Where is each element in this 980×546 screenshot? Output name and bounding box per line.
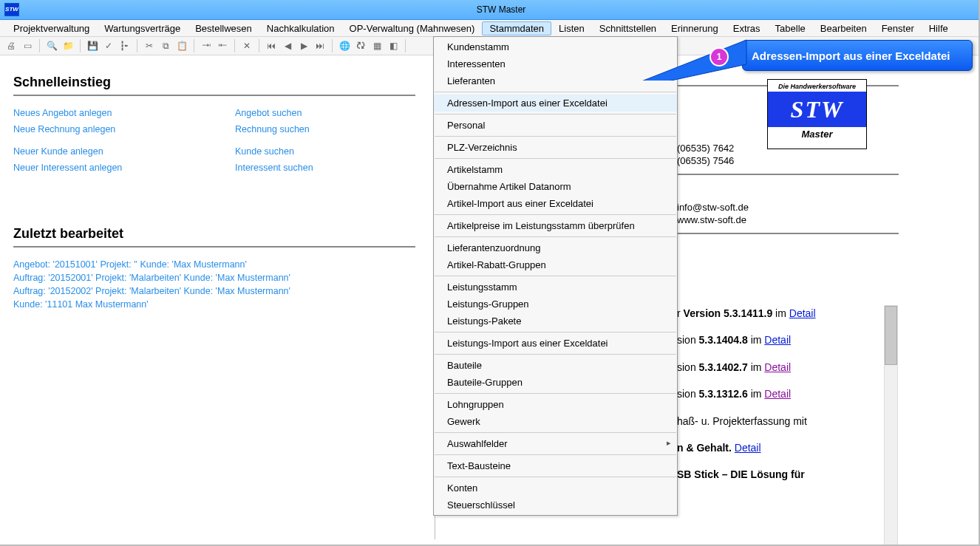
menu-fenster[interactable]: Fenster [874, 21, 922, 35]
tb-print-icon[interactable]: 🖨 [4, 39, 18, 52]
dropdown-item[interactable]: Artikel-Import aus einer Exceldatei [434, 195, 677, 212]
tb-zoom-icon[interactable]: 🔍 [45, 39, 58, 52]
quicklink[interactable]: Rechnung suchen [235, 123, 398, 136]
news-detail-link[interactable]: Detail [735, 442, 761, 454]
tb-last-icon[interactable]: ⭰ [216, 39, 229, 52]
recent-item[interactable]: Angebot: '20151001' Projekt: '' Kunde: '… [13, 258, 415, 271]
dropdown-item[interactable]: PLZ-Verzeichnis [434, 139, 677, 156]
menu-projektverwaltung[interactable]: Projektverwaltung [6, 21, 97, 35]
menu-extras[interactable]: Extras [726, 21, 768, 35]
tb-tree-icon[interactable]: ┇╸ [118, 39, 132, 52]
tb-refresh-icon[interactable]: 🗘 [354, 39, 367, 52]
dropdown-separator [435, 393, 676, 394]
tb-save-icon[interactable]: 💾 [86, 39, 99, 52]
news-item: sion 5.3.1402.7 im Detail [677, 359, 884, 375]
news-item: sion 5.3.1404.8 im Detail [677, 332, 884, 348]
menu-erinnerung[interactable]: Erinnerung [664, 21, 726, 35]
dropdown-item[interactable]: Leistungs-Pakete [434, 313, 677, 330]
tb-grid-icon[interactable]: ▦ [370, 39, 384, 52]
dropdown-item[interactable]: Artikelpreise im Leistungsstamm überprüf… [434, 217, 677, 234]
recent-item[interactable]: Auftrag: '20152001' Projekt: 'Malarbeite… [13, 271, 415, 284]
tb-check-icon[interactable]: ✓ [102, 39, 115, 52]
recent-item[interactable]: Auftrag: '20152002' Projekt: 'Malarbeite… [13, 284, 415, 298]
contact-phone2: (06535) 7546 [677, 155, 899, 166]
window-title: STW Master [24, 4, 979, 15]
callout-text: Adressen-Import aus einer Exceldatei [752, 50, 950, 62]
tb-doc-icon[interactable]: ▭ [21, 39, 34, 52]
dropdown-item[interactable]: Leistungs-Gruppen [434, 296, 677, 313]
divider [677, 174, 899, 175]
tb-copy-icon[interactable]: ⧉ [159, 39, 172, 52]
dropdown-item[interactable]: Bauteile-Gruppen [434, 374, 677, 391]
stammdaten-dropdown: KundenstammInteressentenLieferantenAdres… [433, 36, 678, 516]
news-detail-link[interactable]: Detail [789, 307, 816, 319]
tb-cut-icon[interactable]: ✂ [143, 39, 156, 52]
quicklink[interactable]: Angebot suchen [235, 106, 398, 120]
tb-first-icon[interactable]: ⭲ [200, 39, 213, 52]
dropdown-item[interactable]: Konten [434, 480, 677, 496]
dropdown-item[interactable]: Text-Bausteine [434, 457, 677, 474]
menu-listen[interactable]: Listen [551, 21, 592, 35]
quicklink[interactable]: Kunde suchen [235, 145, 398, 158]
logo-brand: STW [768, 92, 866, 127]
menu-nachkalkulation[interactable]: Nachkalkulation [259, 21, 342, 35]
quicklink[interactable]: Neuer Kunde anlegen [13, 145, 235, 158]
dropdown-separator [435, 136, 676, 137]
menu-schnittstellen[interactable]: Schnittstellen [592, 21, 664, 35]
tb-folder-icon[interactable]: 📁 [61, 39, 75, 52]
quickstart-heading: Schnelleinstieg [13, 75, 415, 90]
tb-nav-next-icon[interactable]: ▶ [297, 39, 310, 52]
tb-nav-prev-icon[interactable]: ◀ [281, 39, 294, 52]
news-item: r Version 5.3.1411.9 im Detail [677, 305, 884, 321]
tb-nav-last-icon[interactable]: ⏭ [313, 39, 327, 52]
dropdown-item[interactable]: Steuerschlüssel [434, 496, 677, 513]
news-detail-link[interactable]: Detail [764, 388, 791, 400]
dropdown-item[interactable]: Leistungsstamm [434, 279, 677, 296]
news-pane: r Version 5.3.1411.9 im Detailsion 5.3.1… [677, 305, 884, 494]
tb-sidebar-icon[interactable]: ◧ [387, 39, 400, 52]
dropdown-separator [435, 432, 676, 433]
menu-tabelle[interactable]: Tabelle [768, 21, 813, 35]
dropdown-item[interactable]: Übernahme Artikel Datanorm [434, 178, 677, 195]
dropdown-item[interactable]: Leistungs-Import aus einer Exceldatei [434, 335, 677, 352]
dropdown-separator [435, 276, 676, 276]
dropdown-item[interactable]: Bauteile [434, 357, 677, 374]
dropdown-item[interactable]: Adressen-Import aus einer Exceldatei [434, 95, 677, 112]
news-scrollbar[interactable] [884, 305, 898, 546]
quicklink[interactable]: Interessent suchen [235, 161, 398, 174]
menu-wartungsvertr-ge[interactable]: Wartungsverträge [97, 21, 188, 35]
dropdown-item[interactable]: Lieferantenzuordnung [434, 239, 677, 256]
menu-bestellwesen[interactable]: Bestellwesen [188, 21, 259, 35]
quicklink[interactable]: Neue Rechnung anlegen [13, 123, 235, 136]
menu-op-verwaltung-mahnwesen-[interactable]: OP-Verwaltung (Mahnwesen) [342, 21, 483, 35]
news-detail-link[interactable]: Detail [764, 361, 791, 373]
menu-stammdaten[interactable]: Stammdaten [482, 21, 551, 35]
scrollbar-thumb[interactable] [885, 306, 897, 365]
dropdown-item[interactable]: Lohngruppen [434, 396, 677, 413]
tb-delete-icon[interactable]: ✕ [240, 39, 253, 52]
quicklink[interactable]: Neues Angebot anlegen [13, 106, 235, 120]
quickstart-grid: Neues Angebot anlegenAngebot suchenNeue … [13, 106, 415, 174]
recent-item[interactable]: Kunde: '11101 Max Mustermann' [13, 298, 415, 311]
tb-nav-first-icon[interactable]: ⏮ [265, 39, 278, 52]
news-line: haß- u. Projekterfassung mit [677, 413, 884, 429]
dropdown-item[interactable]: Auswahlfelder [434, 435, 677, 452]
quicklink [13, 139, 235, 142]
title-bar: STW STW Master [0, 0, 979, 20]
tb-paste-icon[interactable]: 📋 [175, 39, 188, 52]
quicklink[interactable]: Neuer Interessent anlegen [13, 161, 235, 174]
news-detail-link[interactable]: Detail [764, 334, 791, 346]
menu-hilfe[interactable]: Hilfe [922, 21, 956, 35]
dropdown-separator [435, 454, 676, 455]
left-pane: Schnelleinstieg Neues Angebot anlegenAng… [13, 75, 415, 311]
dropdown-item[interactable]: Personal [434, 117, 677, 134]
tb-globe-icon[interactable]: 🌐 [338, 39, 351, 52]
dropdown-separator [435, 236, 676, 237]
recent-heading: Zuletzt bearbeitet [13, 226, 415, 242]
menu-bearbeiten[interactable]: Bearbeiten [813, 21, 874, 35]
dropdown-item[interactable]: Artikelstamm [434, 161, 677, 178]
dropdown-separator [435, 158, 676, 159]
dropdown-item[interactable]: Gewerk [434, 413, 677, 430]
dropdown-item[interactable]: Artikel-Rabatt-Gruppen [434, 256, 677, 273]
logo-subtitle: Master [768, 127, 866, 140]
